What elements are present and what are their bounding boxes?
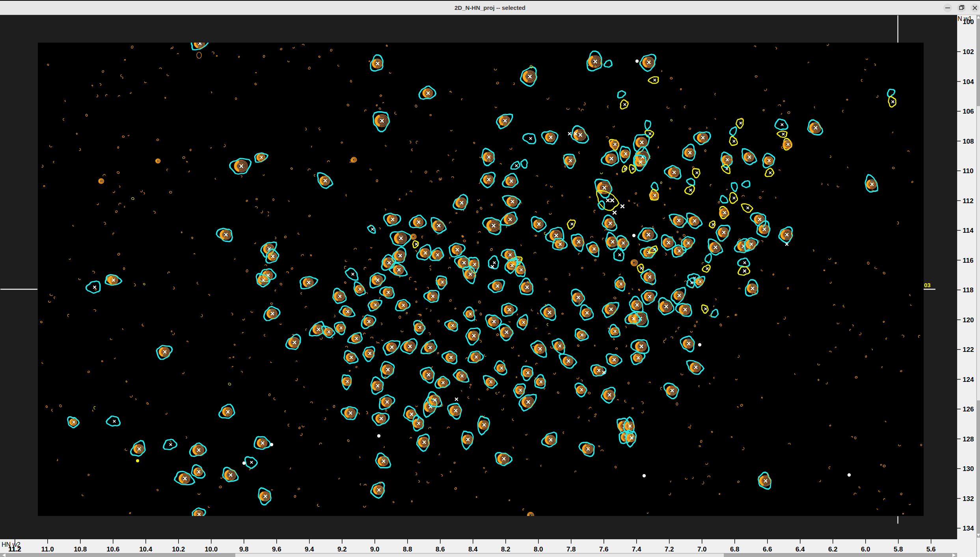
svg-text:8.2: 8.2 [501, 546, 510, 553]
svg-text:120: 120 [963, 316, 974, 324]
svg-text:106: 106 [963, 108, 974, 115]
svg-text:126: 126 [963, 406, 974, 413]
svg-text:130: 130 [963, 465, 974, 473]
svg-text:10.4: 10.4 [139, 546, 153, 553]
svg-text:114: 114 [963, 227, 974, 234]
svg-text:6.8: 6.8 [730, 546, 740, 553]
svg-text:118: 118 [963, 286, 973, 294]
svg-text:110: 110 [963, 167, 973, 175]
svg-text:104: 104 [963, 78, 974, 86]
svg-text:8.6: 8.6 [436, 546, 445, 553]
svg-text:8.4: 8.4 [468, 546, 478, 553]
svg-text:7.0: 7.0 [697, 546, 707, 553]
svg-text:8.0: 8.0 [534, 546, 543, 553]
svg-text:9.6: 9.6 [272, 546, 281, 553]
svg-text:7.6: 7.6 [599, 546, 609, 553]
svg-text:8.8: 8.8 [403, 546, 412, 553]
svg-text:9.2: 9.2 [337, 546, 347, 553]
svg-text:N w1: N w1 [958, 15, 972, 22]
svg-text:11.0: 11.0 [41, 546, 54, 553]
svg-text:2D_N-HN_proj -- selected: 2D_N-HN_proj -- selected [455, 4, 525, 11]
svg-text:134: 134 [963, 525, 974, 532]
svg-text:112: 112 [963, 197, 973, 205]
svg-text:116: 116 [963, 257, 973, 264]
svg-text:128: 128 [963, 436, 974, 443]
svg-text:10.2: 10.2 [172, 546, 185, 553]
svg-text:124: 124 [963, 376, 974, 383]
svg-text:7.2: 7.2 [665, 546, 674, 553]
svg-text:10.8: 10.8 [74, 546, 87, 553]
svg-text:122: 122 [963, 346, 974, 353]
svg-text:9.4: 9.4 [305, 546, 314, 553]
svg-text:132: 132 [963, 495, 974, 503]
svg-text:03: 03 [924, 282, 931, 288]
svg-text:9.8: 9.8 [239, 546, 249, 553]
svg-text:10.6: 10.6 [106, 546, 119, 553]
svg-text:5.6: 5.6 [926, 546, 936, 553]
svg-text:6.6: 6.6 [763, 546, 772, 553]
svg-text:7.8: 7.8 [566, 546, 576, 553]
svg-text:9.0: 9.0 [370, 546, 380, 553]
svg-text:108: 108 [963, 138, 974, 145]
svg-text:HN w2: HN w2 [2, 541, 20, 548]
svg-text:7.4: 7.4 [632, 546, 641, 553]
svg-text:5.8: 5.8 [894, 546, 903, 553]
svg-text:6.0: 6.0 [861, 546, 870, 553]
svg-text:10.0: 10.0 [205, 546, 218, 553]
svg-text:6.2: 6.2 [828, 546, 838, 553]
svg-text:6.4: 6.4 [796, 546, 805, 553]
svg-text:102: 102 [963, 48, 974, 56]
